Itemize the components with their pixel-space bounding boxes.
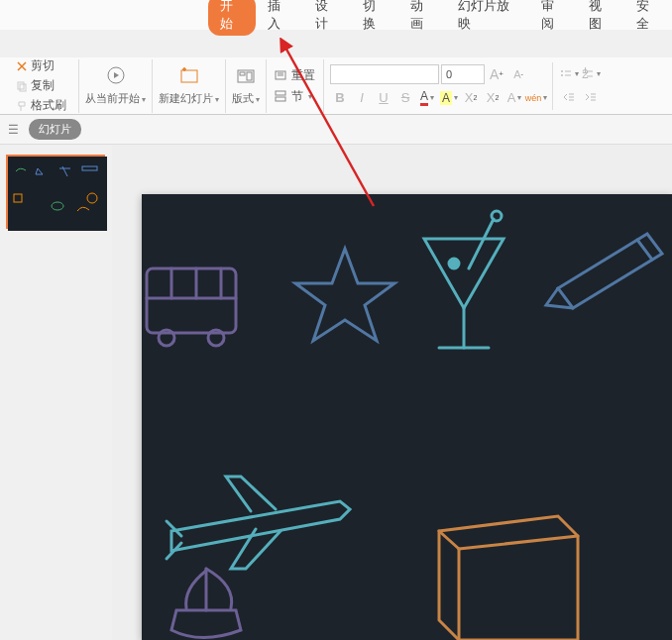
cut-button[interactable]: 剪切 — [14, 56, 68, 75]
font-size-select[interactable] — [441, 64, 485, 84]
tab-design[interactable]: 设计 — [303, 0, 351, 37]
highlight-icon[interactable]: A — [439, 88, 459, 108]
thumbnail-pane — [0, 145, 112, 640]
svg-rect-6 — [181, 70, 197, 82]
tab-review[interactable]: 审阅 — [529, 0, 577, 37]
decrease-font-icon[interactable]: A- — [508, 64, 528, 84]
layout-icon — [234, 65, 258, 89]
numbering-icon[interactable]: 12 — [581, 64, 601, 84]
increase-font-icon[interactable]: A+ — [487, 64, 506, 84]
font-name-select[interactable] — [330, 64, 439, 84]
newslide-label: 新建幻灯片 — [159, 91, 219, 106]
svg-rect-4 — [20, 84, 26, 91]
new-slide-icon — [177, 65, 201, 89]
svg-text:2: 2 — [582, 67, 589, 81]
svg-rect-12 — [276, 97, 285, 101]
ribbon: 剪切 复制 格式刷 从当前开始 新建幻灯片 版式 重置 节 A+ A- B I … — [0, 57, 672, 115]
section-label: 节 — [291, 88, 303, 105]
svg-rect-22 — [142, 194, 672, 640]
play-icon — [104, 65, 128, 89]
tab-animation[interactable]: 动画 — [398, 0, 446, 37]
svg-point-14 — [561, 74, 563, 76]
slides-tab[interactable]: 幻灯片 — [29, 119, 81, 140]
tab-slideshow[interactable]: 幻灯片放映 — [446, 0, 529, 37]
tab-start[interactable]: 开始 — [208, 0, 256, 36]
svg-rect-8 — [240, 72, 245, 75]
slide[interactable] — [142, 194, 672, 640]
cut-label: 剪切 — [31, 57, 55, 74]
slideshow-label: 从当前开始 — [85, 91, 146, 106]
reset-button[interactable]: 重置 — [273, 66, 317, 85]
slide-canvas[interactable] — [112, 145, 672, 640]
font-color-icon[interactable]: A — [417, 88, 437, 108]
menu-tabs: 开始 插入 设计 切换 动画 幻灯片放映 审阅 视图 安全 — [0, 0, 672, 30]
layout-button[interactable]: 版式 — [226, 59, 267, 113]
strike-icon[interactable]: S — [395, 88, 415, 108]
start-slideshow-button[interactable]: 从当前开始 — [79, 59, 153, 113]
bullets-icon[interactable] — [559, 64, 579, 84]
copy-label: 复制 — [31, 77, 55, 94]
tab-view[interactable]: 视图 — [577, 0, 624, 37]
svg-point-13 — [561, 70, 563, 72]
outline-icon[interactable]: ☰ — [8, 123, 19, 137]
tab-security[interactable]: 安全 — [624, 0, 672, 37]
subscript-icon[interactable]: X2 — [483, 88, 503, 108]
format-painter-button[interactable]: 格式刷 — [14, 96, 68, 115]
reset-label: 重置 — [291, 67, 315, 84]
section-button[interactable]: 节 — [273, 87, 314, 106]
svg-point-34 — [449, 259, 459, 268]
superscript-icon[interactable]: X2 — [461, 88, 481, 108]
svg-rect-9 — [247, 72, 252, 80]
tab-transition[interactable]: 切换 — [351, 0, 398, 37]
slide-thumbnail[interactable] — [6, 155, 105, 229]
workspace — [0, 145, 672, 640]
new-slide-button[interactable]: 新建幻灯片 — [153, 59, 226, 113]
svg-rect-3 — [18, 82, 24, 89]
svg-rect-11 — [276, 91, 285, 95]
copy-button[interactable]: 复制 — [14, 76, 68, 95]
format-label: 格式刷 — [31, 97, 66, 114]
underline-icon[interactable]: U — [374, 88, 393, 108]
italic-icon[interactable]: I — [352, 88, 372, 108]
layout-label: 版式 — [232, 91, 260, 106]
bold-icon[interactable]: B — [330, 88, 350, 108]
font-group: A+ A- B I U S A A X2 X2 A wén — [324, 62, 553, 110]
pinyin-icon[interactable]: wén — [526, 88, 546, 108]
clear-format-icon[interactable]: A — [504, 88, 524, 108]
increase-indent-icon[interactable] — [581, 88, 601, 108]
decrease-indent-icon[interactable] — [559, 88, 579, 108]
panel-bar: ☰ 幻灯片 — [0, 115, 672, 145]
tab-insert[interactable]: 插入 — [256, 0, 303, 37]
paragraph-group: 12 — [553, 62, 607, 110]
